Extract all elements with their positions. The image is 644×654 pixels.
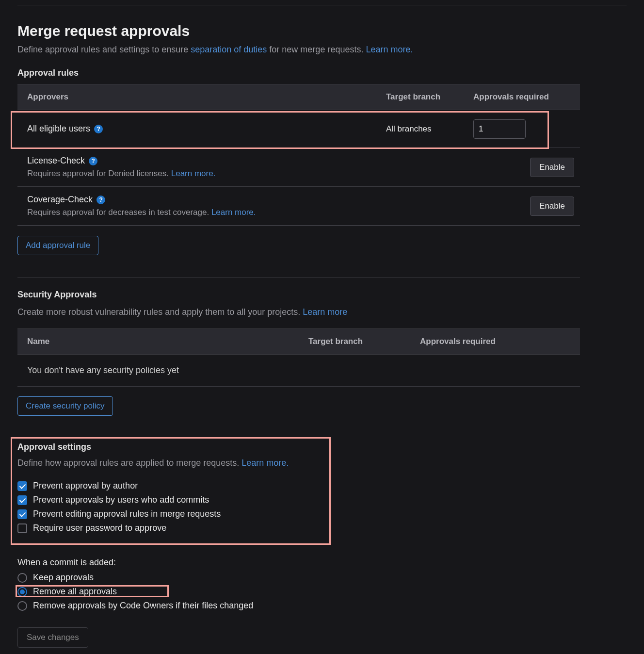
checkbox[interactable]: [17, 481, 27, 491]
rule-subtext: Requires approval for Denied licenses.: [27, 169, 171, 178]
security-description: Create more robust vulnerability rules a…: [17, 306, 627, 319]
section-description: Define approval rules and settings to en…: [17, 43, 627, 56]
checkbox-label: Prevent approval by author: [33, 481, 138, 491]
desc-text: Define approval rules and settings to en…: [17, 45, 191, 54]
add-approval-rule-button[interactable]: Add approval rule: [17, 236, 98, 255]
radio[interactable]: [17, 587, 27, 597]
desc-text: for new merge requests.: [269, 45, 366, 54]
col-approvals-required: Approvals required: [410, 329, 580, 354]
approval-settings-description: Define how approval rules are applied to…: [17, 458, 324, 468]
radio-row: Remove all approvals: [17, 587, 627, 597]
section-title: Merge request approvals: [17, 23, 627, 39]
rule-subtext: Requires approval for decreases in test …: [27, 208, 211, 217]
radio-row: Keep approvals: [17, 572, 627, 583]
checkbox[interactable]: [17, 495, 27, 505]
checkbox-row: Prevent editing approval rules in merge …: [17, 509, 324, 519]
radio-label: Remove approvals by Code Owners if their…: [33, 601, 253, 611]
table-header: Name Target branch Approvals required: [17, 329, 580, 354]
checkbox-row: Prevent approvals by users who add commi…: [17, 495, 324, 505]
checkbox-label: Prevent approvals by users who add commi…: [33, 495, 209, 505]
approvals-required-input[interactable]: [473, 119, 526, 139]
checkbox[interactable]: [17, 509, 27, 519]
enable-button[interactable]: Enable: [530, 196, 574, 216]
checkbox[interactable]: [17, 523, 27, 533]
desc-text: Create more robust vulnerability rules a…: [17, 307, 303, 317]
col-target-branch: Target branch: [376, 84, 464, 110]
security-policies-table: Name Target branch Approvals required Yo…: [17, 328, 580, 387]
radio[interactable]: [17, 601, 27, 611]
radio-label: Remove all approvals: [33, 587, 117, 597]
rule-target-branch: All branches: [376, 116, 464, 142]
table-row: All eligible users ? All branches: [17, 110, 580, 147]
learn-more-link[interactable]: Learn more: [303, 307, 347, 317]
approval-rules-table: Approvers Target branch Approvals requir…: [17, 84, 580, 226]
col-name: Name: [17, 329, 299, 354]
help-icon[interactable]: ?: [94, 125, 103, 133]
checkbox-label: Prevent editing approval rules in merge …: [33, 509, 221, 519]
radio-label: Keep approvals: [33, 572, 94, 583]
save-changes-button[interactable]: Save changes: [17, 627, 88, 648]
security-approvals-heading: Security Approvals: [17, 290, 627, 300]
separation-of-duties-link[interactable]: separation of duties: [191, 45, 267, 54]
table-row: Coverage-Check ? Requires approval for d…: [17, 186, 580, 226]
help-icon[interactable]: ?: [97, 196, 105, 204]
rule-title: License-Check: [27, 156, 85, 166]
approval-settings-heading: Approval settings: [17, 442, 324, 452]
learn-more-link[interactable]: Learn more.: [171, 169, 216, 178]
checkbox-row: Require user password to approve: [17, 523, 324, 533]
col-target-branch: Target branch: [299, 329, 410, 354]
col-approvers: Approvers: [17, 84, 376, 110]
radio-row: Remove approvals by Code Owners if their…: [17, 601, 627, 611]
learn-more-link[interactable]: Learn more.: [211, 208, 256, 217]
checkbox-label: Require user password to approve: [33, 523, 166, 533]
learn-more-link[interactable]: Learn more.: [366, 45, 413, 54]
commit-added-heading: When a commit is added:: [17, 557, 627, 568]
help-icon[interactable]: ?: [89, 157, 97, 165]
approval-settings-section: Approval settings Define how approval ru…: [17, 442, 324, 533]
enable-button[interactable]: Enable: [530, 158, 574, 177]
col-approvals-required: Approvals required: [464, 84, 580, 110]
rule-title: Coverage-Check: [27, 195, 93, 205]
approval-rules-heading: Approval rules: [17, 68, 627, 78]
empty-state-text: You don't have any security policies yet: [17, 354, 580, 386]
create-security-policy-button[interactable]: Create security policy: [17, 396, 113, 416]
checkbox-row: Prevent approval by author: [17, 481, 324, 491]
rule-title: All eligible users: [27, 124, 90, 134]
desc-text: Define how approval rules are applied to…: [17, 458, 242, 468]
table-header: Approvers Target branch Approvals requir…: [17, 84, 580, 110]
learn-more-link[interactable]: Learn more.: [242, 458, 289, 468]
table-row: License-Check ? Requires approval for De…: [17, 147, 580, 186]
radio[interactable]: [17, 573, 27, 583]
